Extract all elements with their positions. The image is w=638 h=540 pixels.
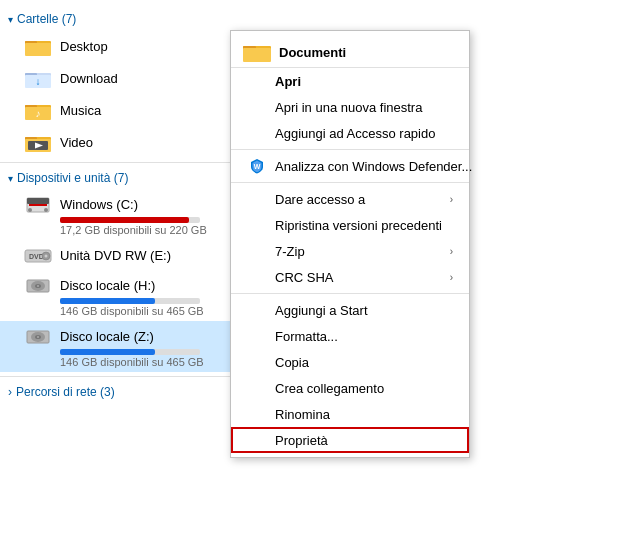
- desktop-label: Desktop: [60, 39, 108, 54]
- menu-label-crcsha: CRC SHA: [275, 270, 442, 285]
- svg-point-28: [37, 285, 39, 287]
- menu-item-accesso[interactable]: Dare accesso a ›: [231, 186, 469, 212]
- drive-e-label: Unità DVD RW (E:): [60, 248, 171, 263]
- sidebar-item-drive-z[interactable]: Disco locale (Z:) 146 GB disponibili su …: [0, 321, 250, 372]
- menu-icon-crcsha: [247, 269, 267, 285]
- sidebar-item-desktop[interactable]: Desktop: [0, 30, 250, 62]
- svg-text:↓: ↓: [36, 76, 41, 87]
- menu-item-7zip[interactable]: 7-Zip ›: [231, 238, 469, 264]
- drive-z-icon: [24, 325, 52, 347]
- context-menu-folder-icon: [243, 41, 271, 63]
- drive-c-label: Windows (C:): [60, 197, 138, 212]
- svg-rect-17: [27, 198, 49, 204]
- drive-z-sub: 146 GB disponibili su 465 GB: [60, 356, 240, 368]
- menu-label-accesso: Dare accesso a: [275, 192, 442, 207]
- drive-c-bar-container: [60, 217, 200, 223]
- sidebar-item-drive-e[interactable]: DVD Unità DVD RW (E:): [0, 240, 250, 270]
- context-menu: Documenti Apri Apri in una nuova finestr…: [230, 30, 470, 458]
- sidebar-item-download[interactable]: ↓ Download: [0, 62, 250, 94]
- svg-point-32: [37, 336, 39, 338]
- percorsi-section-header[interactable]: › Percorsi di rete (3): [0, 381, 250, 403]
- video-folder-icon: [24, 131, 52, 153]
- menu-icon-accesso-rapido: [247, 125, 267, 141]
- menu-icon-proprieta: [247, 432, 267, 448]
- menu-item-copia[interactable]: Copia: [231, 349, 469, 375]
- menu-icon-defender: W: [247, 158, 267, 174]
- menu-item-rinomina[interactable]: Rinomina: [231, 401, 469, 427]
- menu-icon-collegamento: [247, 380, 267, 396]
- sidebar-item-drive-h[interactable]: Disco locale (H:) 146 GB disponibili su …: [0, 270, 250, 321]
- menu-label-formatta: Formatta...: [275, 329, 453, 344]
- menu-label-rinomina: Rinomina: [275, 407, 453, 422]
- drive-h-sub: 146 GB disponibili su 465 GB: [60, 305, 240, 317]
- menu-item-ripristina[interactable]: Ripristina versioni precedenti: [231, 212, 469, 238]
- menu-label-7zip: 7-Zip: [275, 244, 442, 259]
- menu-item-accesso-rapido[interactable]: Aggiungi ad Accesso rapido: [231, 120, 469, 146]
- menu-arrow-crcsha: ›: [450, 272, 453, 283]
- menu-label-ripristina: Ripristina versioni precedenti: [275, 218, 453, 233]
- menu-label-accesso-rapido: Aggiungi ad Accesso rapido: [275, 126, 453, 141]
- drive-c-sub: 17,2 GB disponibili su 220 GB: [60, 224, 240, 236]
- menu-item-collegamento[interactable]: Crea collegamento: [231, 375, 469, 401]
- musica-folder-icon: ♪: [24, 99, 52, 121]
- menu-sep-3: [231, 293, 469, 294]
- menu-item-start[interactable]: Aggiungi a Start: [231, 297, 469, 323]
- menu-icon-7zip: [247, 243, 267, 259]
- desktop-folder-icon: [24, 35, 52, 57]
- menu-label-start: Aggiungi a Start: [275, 303, 453, 318]
- menu-icon-apri-nuova: [247, 99, 267, 115]
- menu-arrow-7zip: ›: [450, 246, 453, 257]
- cartelle-label: Cartelle (7): [17, 12, 76, 26]
- file-explorer: ▾ Cartelle (7) Desktop: [0, 0, 638, 540]
- percorsi-label: Percorsi di rete (3): [16, 385, 115, 399]
- cartelle-section-header[interactable]: ▾ Cartelle (7): [0, 8, 250, 30]
- svg-point-20: [44, 208, 48, 212]
- menu-arrow-accesso: ›: [450, 194, 453, 205]
- drive-z-bar-container: [60, 349, 200, 355]
- menu-item-formatta[interactable]: Formatta...: [231, 323, 469, 349]
- drive-z-bar: [60, 349, 155, 355]
- drive-c-bar: [60, 217, 189, 223]
- sidebar-item-drive-c[interactable]: Windows (C:) 17,2 GB disponibili su 220 …: [0, 189, 250, 240]
- menu-icon-formatta: [247, 328, 267, 344]
- menu-item-apri-nuova[interactable]: Apri in una nuova finestra: [231, 94, 469, 120]
- percorsi-chevron: ›: [8, 385, 12, 399]
- sidebar-item-musica[interactable]: ♪ Musica: [0, 94, 250, 126]
- menu-item-crcsha[interactable]: CRC SHA ›: [231, 264, 469, 290]
- drive-h-icon: [24, 274, 52, 296]
- svg-text:W: W: [254, 163, 261, 170]
- menu-item-proprieta[interactable]: Proprietà: [231, 427, 469, 453]
- drive-e-icon: DVD: [24, 244, 52, 266]
- menu-item-defender[interactable]: W Analizza con Windows Defender...: [231, 153, 469, 179]
- dispositivi-chevron: ▾: [8, 173, 13, 184]
- menu-sep-2: [231, 182, 469, 183]
- svg-text:DVD: DVD: [29, 253, 44, 260]
- menu-icon-accesso: [247, 191, 267, 207]
- drive-h-label: Disco locale (H:): [60, 278, 155, 293]
- menu-icon-copia: [247, 354, 267, 370]
- menu-label-proprieta: Proprietà: [275, 433, 453, 448]
- menu-icon-start: [247, 302, 267, 318]
- drive-h-bar: [60, 298, 155, 304]
- download-label: Download: [60, 71, 118, 86]
- sidebar-item-video[interactable]: Video: [0, 126, 250, 158]
- drive-c-icon: [24, 193, 52, 215]
- context-menu-title: Documenti: [279, 45, 346, 60]
- menu-label-copia: Copia: [275, 355, 453, 370]
- svg-rect-2: [25, 43, 51, 56]
- svg-rect-18: [29, 204, 47, 206]
- svg-text:♪: ♪: [36, 108, 41, 119]
- menu-item-apri[interactable]: Apri: [231, 68, 469, 94]
- drive-z-label: Disco locale (Z:): [60, 329, 154, 344]
- sidebar: ▾ Cartelle (7) Desktop: [0, 0, 250, 540]
- dispositivi-label: Dispositivi e unità (7): [17, 171, 128, 185]
- dispositivi-section-header[interactable]: ▾ Dispositivi e unità (7): [0, 167, 250, 189]
- svg-point-24: [45, 255, 48, 258]
- drive-h-bar-container: [60, 298, 200, 304]
- menu-icon-ripristina: [247, 217, 267, 233]
- menu-label-defender: Analizza con Windows Defender...: [275, 159, 472, 174]
- sidebar-divider-2: [0, 376, 250, 377]
- menu-label-apri: Apri: [275, 74, 453, 89]
- menu-icon-apri: [247, 73, 267, 89]
- svg-point-19: [28, 208, 32, 212]
